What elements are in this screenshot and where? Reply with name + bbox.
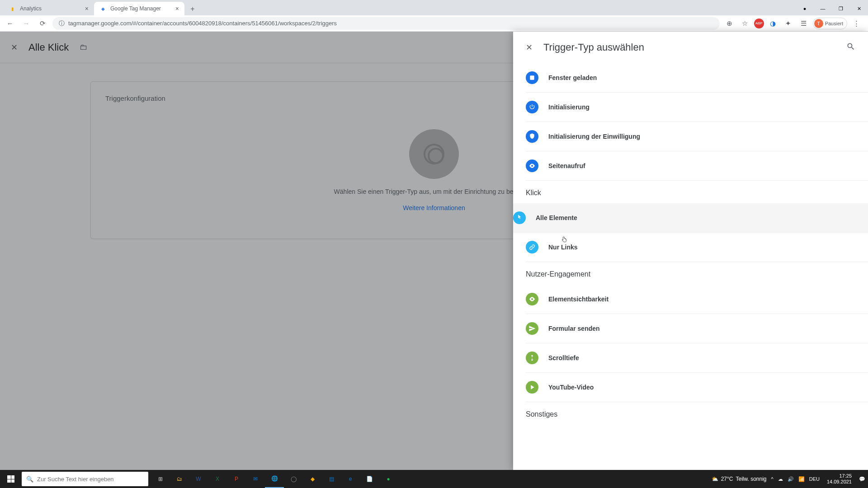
maximize-button[interactable]: ❐ [832,2,850,15]
search-icon: 🔍 [26,476,33,483]
window-controls: ● — ❐ ✕ [796,2,868,15]
tab-title: Analytics [20,5,42,12]
extension-icons: ⊕ ☆ ABP ◑ ✦ ☰ T Pausiert ⋮ [723,17,864,30]
browser-toolbar: ← → ⟳ ⓘ tagmanager.google.com/#/containe… [0,15,868,32]
close-icon[interactable]: × [175,5,179,12]
app-explorer[interactable]: 🗂 [170,470,189,488]
app-powerpoint[interactable]: P [227,470,246,488]
app-misc1[interactable]: ◆ [303,470,322,488]
trigger-type-label: Seitenaufruf [548,162,585,169]
extensions-menu-icon[interactable]: ✦ [782,17,795,30]
trigger-type-visibility[interactable]: Elementsichtbarkeit [526,285,868,314]
minimize-button[interactable]: — [814,2,832,15]
taskbar-search[interactable]: 🔍 Zur Suche Text hier eingeben [22,472,148,486]
link-icon [526,241,538,253]
trigger-type-label: Scrolltiefe [548,354,579,361]
section-label: Nutzer-Engagement [526,262,868,285]
system-tray: ⛅ 27°C Teilw. sonnig ^ ☁ 🔊 📶 DEU 17:25 1… [712,473,868,485]
menu-icon[interactable]: ⋮ [850,17,863,30]
panel-body[interactable]: Fenster geladenInitialisierungInitialisi… [513,63,868,470]
trigger-type-consent-init[interactable]: Initialisierung der Einwilligung [526,122,868,151]
eye-icon [526,293,538,305]
close-icon[interactable]: ✕ [526,42,533,52]
tab-gtm[interactable]: ◆ Google Tag Manager × [94,2,184,15]
trigger-type-youtube[interactable]: YouTube-Video [526,373,868,402]
dot-icon[interactable]: ● [796,2,814,15]
trigger-type-label: Nur Links [548,244,578,251]
start-button[interactable] [0,470,22,488]
tab-analytics[interactable]: ▮ Analytics × [4,2,94,15]
tray-volume-icon[interactable]: 🔊 [788,476,794,482]
close-window-button[interactable]: ✕ [850,2,868,15]
app-chrome[interactable]: 🌐 [265,470,284,488]
taskbar-clock[interactable]: 17:25 14.09.2021 [824,473,854,485]
forward-button[interactable]: → [20,17,33,30]
trigger-type-label: Elementsichtbarkeit [548,296,609,303]
trigger-type-label: Alle Elemente [536,214,577,221]
search-placeholder: Zur Suche Text hier eingeben [37,476,114,483]
trigger-type-label: Initialisierung der Einwilligung [548,133,640,140]
section-label: Klick [526,181,868,203]
app-obs[interactable]: ◯ [284,470,303,488]
windows-taskbar: 🔍 Zur Suche Text hier eingeben ⊞ 🗂 W X P… [0,470,868,488]
trigger-type-label: Initialisierung [548,103,590,111]
power-icon [526,101,538,113]
reading-list-icon[interactable]: ☰ [797,17,810,30]
app-misc2[interactable]: ▤ [322,470,341,488]
site-info-icon[interactable]: ⓘ [59,19,65,28]
trigger-type-label: YouTube-Video [548,384,594,391]
app-edge[interactable]: e [341,470,360,488]
app-word[interactable]: W [189,470,208,488]
trigger-type-initialization[interactable]: Initialisierung [526,93,868,122]
search-icon[interactable] [846,42,855,53]
app-excel[interactable]: X [208,470,227,488]
weather-icon: ⛅ [712,476,718,482]
weather-desc: Teilw. sonnig [736,476,766,482]
taskbar-apps: ⊞ 🗂 W X P ✉ 🌐 ◯ ◆ ▤ e 📄 ● [151,470,398,488]
reload-button[interactable]: ⟳ [36,17,49,30]
panel-header: ✕ Trigger-Typ auswählen [513,32,868,63]
profile-status: Pausiert [825,21,843,26]
new-tab-button[interactable]: + [186,3,199,15]
url-text: tagmanager.google.com/#/container/accoun… [68,20,337,27]
extension-tag-icon[interactable]: ◑ [767,17,779,30]
trigger-type-all-elements[interactable]: Alle Elemente [513,203,868,233]
trigger-type-window-loaded[interactable]: Fenster geladen [526,63,868,93]
browser-tab-strip: ▮ Analytics × ◆ Google Tag Manager × + ●… [0,0,868,15]
gtm-app: ✕ Alle Klick 🗀 Triggerkonfiguration Wähl… [0,32,868,470]
trigger-type-scroll-depth[interactable]: Scrolltiefe [526,343,868,373]
extension-abp-icon[interactable]: ABP [754,19,764,28]
weather-widget[interactable]: ⛅ 27°C Teilw. sonnig [712,476,767,482]
task-view-button[interactable]: ⊞ [151,470,170,488]
trigger-type-label: Fenster geladen [548,74,597,81]
gtm-favicon-icon: ◆ [99,5,107,12]
clock-time: 17:25 [827,473,852,479]
avatar: T [814,19,823,28]
tray-chevron-icon[interactable]: ^ [771,476,774,482]
trigger-type-pageview[interactable]: Seitenaufruf [526,151,868,181]
app-spotify[interactable]: ● [379,470,398,488]
tray-wifi-icon[interactable]: 📶 [798,476,805,482]
clock-date: 14.09.2021 [827,479,852,485]
tab-title: Google Tag Manager [110,5,161,12]
back-button[interactable]: ← [4,17,16,30]
close-icon[interactable]: × [85,5,89,12]
app-notepad[interactable]: 📄 [360,470,379,488]
star-icon[interactable]: ☆ [739,17,751,30]
tray-lang[interactable]: DEU [809,476,820,482]
tray-onedrive-icon[interactable]: ☁ [778,476,783,482]
profile-chip[interactable]: T Pausiert [813,18,847,29]
windows-logo-icon [7,475,14,483]
trigger-type-form-submit[interactable]: Formular senden [526,314,868,343]
app-mail[interactable]: ✉ [246,470,265,488]
notifications-icon[interactable]: 💬 [859,476,865,482]
svg-rect-0 [530,75,534,80]
panel-title: Trigger-Typ auswählen [543,42,644,53]
trigger-type-just-links[interactable]: Nur Links [526,233,868,262]
analytics-favicon-icon: ▮ [9,5,16,12]
address-bar[interactable]: ⓘ tagmanager.google.com/#/container/acco… [52,17,720,30]
weather-temp: 27°C [721,476,733,482]
search-icon[interactable]: ⊕ [723,17,736,30]
trigger-type-label: Formular senden [548,325,600,332]
section-label: Sonstiges [526,402,868,425]
